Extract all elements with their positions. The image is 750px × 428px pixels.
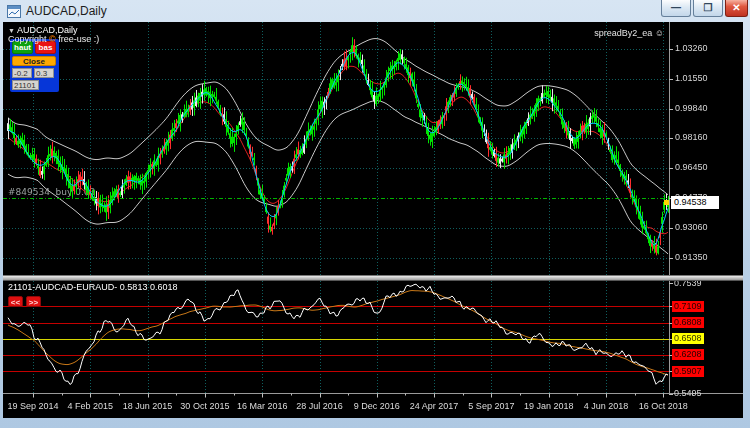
window-title: AUDCAD,Daily (26, 4, 107, 18)
subwindow-splitter[interactable] (3, 275, 743, 281)
scroll-left-button[interactable]: << (8, 296, 23, 307)
date-tick-label: 18 Jun 2015 (123, 401, 173, 411)
ea-name-label: spreadBy2_ea ☺ (594, 28, 664, 38)
date-tick-label: 4 Jun 2018 (584, 401, 629, 411)
date-tick-label: 28 Jul 2016 (296, 401, 343, 411)
date-tick-label: 4 Feb 2015 (68, 401, 114, 411)
indicator-level-label: 0.6208 (672, 349, 704, 360)
price-tick-label: 1.01550 (675, 73, 708, 83)
date-tick-label: 19 Jan 2018 (524, 401, 574, 411)
date-tick-label: 5 Sep 2017 (468, 401, 514, 411)
date-tick-label: 24 Apr 2017 (410, 401, 459, 411)
date-tick-label: 19 Sep 2014 (7, 401, 58, 411)
ea-smiley-icon: ☺ (655, 28, 664, 38)
copyright-post: free-use :) (56, 34, 100, 44)
price-tick-label: 0.98160 (675, 132, 708, 142)
mt4-chart-window: AUDCAD,Daily — ❐ ✕ ▼AUDCAD,Daily Copyrig… (0, 0, 750, 428)
price-tick-label: 0.91350 (675, 252, 708, 262)
offset-high-input[interactable] (34, 68, 54, 78)
indicator-level-label: 0.6508 (672, 333, 704, 344)
copyright-pre: Copyright (8, 34, 49, 44)
close-trade-button[interactable]: Close (12, 56, 56, 66)
ea-name-text: spreadBy2_ea (594, 28, 655, 38)
chart-canvas[interactable] (3, 22, 743, 418)
indicator-level-label: 0.7109 (672, 301, 704, 312)
copyright-icon: © (49, 34, 56, 44)
minimize-button[interactable]: — (661, 0, 691, 17)
price-tick-label: 0.99840 (675, 103, 708, 113)
price-tick-label: 0.96450 (675, 162, 708, 172)
indicator-level-label: 0.6808 (672, 317, 704, 328)
date-tick-label: 9 Dec 2016 (354, 401, 400, 411)
magic-number-input[interactable] (12, 80, 39, 90)
close-button[interactable]: ✕ (725, 0, 748, 17)
restore-button[interactable]: ❐ (693, 0, 723, 17)
price-tick-label: 0.93060 (675, 222, 708, 232)
date-tick-label: 16 Mar 2016 (237, 401, 288, 411)
copyright-comment: Copyright © free-use :) (8, 34, 99, 44)
scroll-right-button[interactable]: >> (26, 296, 41, 307)
chevron-down-icon: ▼ (8, 27, 15, 34)
indicator-level-label: 0.5907 (672, 366, 704, 377)
chart-window-icon (7, 4, 21, 17)
indicator-label: 21101-AUDCAD-EURAUD- 0.5813 0.6018 (8, 282, 177, 292)
indicator-level-label: 0.5495 (672, 388, 704, 399)
offset-low-input[interactable] (12, 68, 32, 78)
date-tick-label: 30 Oct 2015 (180, 401, 229, 411)
title-bar: AUDCAD,Daily — ❐ ✕ (0, 0, 750, 22)
date-tick-label: 16 Oct 2018 (639, 401, 688, 411)
price-tick-label: 1.03260 (675, 43, 708, 53)
current-price-box: 0.94538 (671, 196, 719, 209)
ea-trade-panel: haut bas Close (10, 39, 59, 92)
chart-client-area: ▼AUDCAD,Daily Copyright © free-use :) sp… (3, 22, 743, 418)
